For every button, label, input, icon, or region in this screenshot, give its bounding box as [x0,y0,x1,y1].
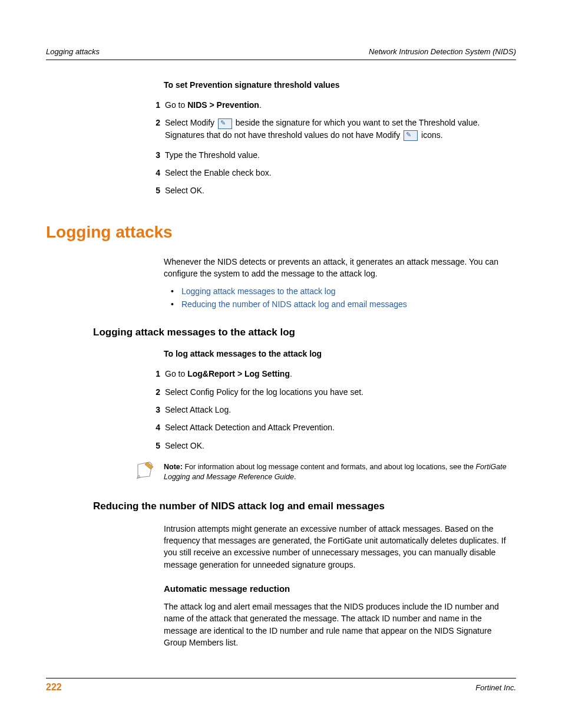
step-text: Type the Threshold value. [165,149,516,161]
nav-path: Log&Report > Log Setting [187,369,290,378]
proc1-title: To set Prevention signature threshold va… [164,80,516,90]
t: . [259,100,262,110]
step-number: 4 [139,167,160,179]
footer-rule [46,678,516,678]
bullet-item: • Logging attack messages to the attack … [171,286,516,296]
note-block: Note: For information about log message … [134,462,516,483]
step-number: 1 [139,368,160,380]
t: Select Modify [165,118,217,127]
paragraph: Intrusion attempts might generate an exc… [164,523,516,571]
subsection-logging-attack-messages: Logging attack messages to the attack lo… [93,327,516,338]
nav-path: NIDS > Prevention [187,100,259,110]
note-text: Note: For information about log message … [164,462,516,483]
bullet-icon: • [171,286,181,296]
step-text: Select Config Policy for the log locatio… [165,386,516,398]
header-left: Logging attacks [46,47,100,56]
running-header: Logging attacks Network Intrusion Detect… [46,47,516,60]
step-text: Go to Log&Report > Log Setting. [165,368,516,380]
page-number: 222 [46,682,62,693]
step-text: Select Attack Log. [165,404,516,416]
t: Go to [165,100,187,110]
link-reducing-nids-messages[interactable]: Reducing the number of NIDS attack log a… [181,299,407,309]
t: For information about log message conten… [183,463,476,471]
step-number: 1 [139,99,160,111]
section-heading-logging-attacks: Logging attacks [46,223,516,242]
procedure-2: To log attack messages to the attack log… [164,349,516,451]
proc2-title: To log attack messages to the attack log [164,349,516,358]
footer-company: Fortinet Inc. [475,683,516,692]
subsection-reducing-nids-messages: Reducing the number of NIDS attack log a… [93,500,516,512]
sub2-body: Intrusion attempts might generate an exc… [164,523,516,648]
step-number: 3 [139,149,160,161]
page: Logging attacks Network Intrusion Detect… [0,0,562,728]
step-number: 2 [139,386,160,398]
note-label: Note: [164,463,183,471]
paragraph: The attack log and alert email messages … [164,601,516,648]
procedure-1: To set Prevention signature threshold va… [164,80,516,197]
step-text: Select OK. [165,440,516,452]
step-text: Select the Enable check box. [165,167,516,179]
step-text: Select Attack Detection and Attack Preve… [165,421,516,433]
step-number: 2 [139,117,160,141]
modify-icon [218,118,232,129]
t: Go to [165,369,187,378]
step-number: 5 [139,185,160,196]
step-number: 5 [139,440,160,452]
step-number: 4 [139,421,160,433]
t: . [290,369,292,378]
step-text: Select Modify beside the signature for w… [165,117,516,141]
section-intro: Whenever the NIDS detects or prevents an… [164,256,516,309]
t: icons. [419,130,442,140]
link-logging-attack-messages[interactable]: Logging attack messages to the attack lo… [181,286,336,296]
step-text: Go to NIDS > Prevention. [165,99,516,111]
page-footer: 222 Fortinet Inc. [46,678,516,693]
modify-icon [404,130,418,141]
step-number: 3 [139,404,160,416]
subsubsection-automatic-message-reduction: Automatic message reduction [164,584,516,594]
t: . [294,473,296,481]
step-text: Select OK. [165,185,516,196]
header-right: Network Intrusion Detection System (NIDS… [369,47,516,56]
intro-paragraph: Whenever the NIDS detects or prevents an… [164,256,516,280]
bullet-item: • Reducing the number of NIDS attack log… [171,299,516,309]
note-icon [134,461,158,482]
bullet-icon: • [171,299,181,309]
